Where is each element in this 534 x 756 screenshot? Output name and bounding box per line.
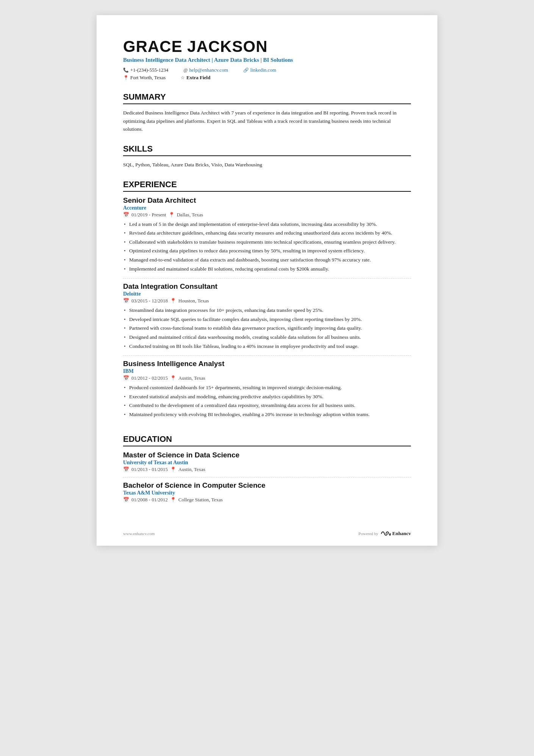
cal-icon-2: 📅 bbox=[123, 375, 129, 381]
summary-text: Dedicated Business Intelligence Data Arc… bbox=[123, 109, 411, 133]
education-section: EDUCATION Master of Science in Data Scie… bbox=[123, 434, 411, 507]
bullet-1-0: Streamlined data integration processes f… bbox=[123, 306, 411, 315]
enhancv-logo: Enhancv bbox=[381, 531, 411, 537]
page-footer: www.enhancv.com Powered by Enhancv bbox=[123, 531, 411, 537]
email-address[interactable]: help@enhancv.com bbox=[189, 67, 228, 73]
contact-row-1: 📞 +1-(234)-555-1234 @ help@enhancv.com 🔗… bbox=[123, 67, 411, 74]
edu-location-1: College Station, Texas bbox=[178, 497, 223, 503]
bullet-1-3: Designed and maintained critical data wa… bbox=[123, 333, 411, 341]
edu-dates-1: 01/2008 - 01/2012 bbox=[131, 497, 168, 503]
job-dates-1: 03/2015 - 12/2018 bbox=[131, 298, 168, 304]
company-2: IBM bbox=[123, 368, 411, 374]
bullet-0-4: Managed end-to-end validation of data ex… bbox=[123, 256, 411, 264]
cal-icon-1: 📅 bbox=[123, 298, 129, 304]
summary-section: SUMMARY Dedicated Business Intelligence … bbox=[123, 92, 411, 133]
job-dates-2: 01/2012 - 02/2015 bbox=[131, 375, 168, 381]
job-title-1: Data Integration Consultant bbox=[123, 282, 411, 291]
company-0: Accenture bbox=[123, 205, 411, 211]
bullet-2-3: Maintained proficiency with evolving BI … bbox=[123, 410, 411, 419]
edu-school-0: University of Texas at Austin bbox=[123, 460, 411, 466]
resume-page: GRACE JACKSON Business Intelligence Data… bbox=[97, 15, 437, 546]
email-item: @ help@enhancv.com bbox=[183, 67, 228, 73]
linkedin-url[interactable]: linkedin.com bbox=[250, 67, 276, 73]
bullet-2-2: Contributed to the development of a cent… bbox=[123, 401, 411, 410]
edu-dates-0: 01/2013 - 01/2015 bbox=[131, 466, 168, 473]
job-location-2: Austin, Texas bbox=[178, 375, 205, 381]
footer-brand: Powered by Enhancv bbox=[359, 531, 411, 537]
skills-title: SKILLS bbox=[123, 144, 411, 156]
job-block-2: Business Intelligence Analyst IBM 📅 01/2… bbox=[123, 360, 411, 424]
experience-title: EXPERIENCE bbox=[123, 180, 411, 192]
location-item: 📍 Fort Worth, Texas bbox=[123, 75, 166, 81]
linkedin-icon: 🔗 bbox=[243, 67, 249, 73]
bullet-1-1: Developed intricate SQL queries to facil… bbox=[123, 315, 411, 324]
cal-icon-edu-0: 📅 bbox=[123, 466, 129, 473]
bullet-0-2: Collaborated with stakeholders to transl… bbox=[123, 238, 411, 246]
job-bullets-0: Led a team of 5 in the design and implem… bbox=[123, 220, 411, 273]
linkedin-item: 🔗 linkedin.com bbox=[243, 67, 276, 73]
skills-section: SKILLS SQL, Python, Tableau, Azure Data … bbox=[123, 144, 411, 169]
candidate-title: Business Intelligence Data Architect | A… bbox=[123, 57, 411, 63]
phone-icon: 📞 bbox=[123, 67, 129, 73]
job-bullets-2: Produced customized dashboards for 15+ d… bbox=[123, 383, 411, 418]
location-text: Fort Worth, Texas bbox=[130, 75, 166, 81]
edu-meta-0: 📅 01/2013 - 01/2015 📍 Austin, Texas bbox=[123, 466, 411, 473]
job-meta-1: 📅 03/2015 - 12/2018 📍 Houston, Texas bbox=[123, 298, 411, 304]
bullet-0-3: Optimized existing data pipelines to red… bbox=[123, 247, 411, 255]
job-meta-0: 📅 01/2019 - Present 📍 Dallas, Texas bbox=[123, 212, 411, 218]
edu-block-1: Bachelor of Science in Computer Science … bbox=[123, 481, 411, 507]
email-icon: @ bbox=[183, 67, 187, 73]
job-dates-0: 01/2019 - Present bbox=[131, 212, 166, 218]
bullet-0-5: Implemented and maintained scalable BI s… bbox=[123, 265, 411, 273]
job-location-0: Dallas, Texas bbox=[177, 212, 203, 218]
job-bullets-1: Streamlined data integration processes f… bbox=[123, 306, 411, 350]
extra-item: ☆ Extra Field bbox=[181, 75, 210, 81]
extra-field: Extra Field bbox=[186, 75, 210, 81]
star-icon: ☆ bbox=[181, 75, 185, 81]
experience-section: EXPERIENCE Senior Data Architect Accentu… bbox=[123, 180, 411, 424]
edu-block-0: Master of Science in Data Science Univer… bbox=[123, 451, 411, 477]
job-block-0: Senior Data Architect Accenture 📅 01/201… bbox=[123, 196, 411, 279]
job-meta-2: 📅 01/2012 - 02/2015 📍 Austin, Texas bbox=[123, 375, 411, 381]
bullet-1-2: Partnered with cross-functional teams to… bbox=[123, 324, 411, 332]
candidate-name: GRACE JACKSON bbox=[123, 38, 411, 55]
bullet-2-1: Executed statistical analysis and modeli… bbox=[123, 393, 411, 401]
powered-by-text: Powered by bbox=[359, 531, 378, 536]
contact-row-2: 📍 Fort Worth, Texas ☆ Extra Field bbox=[123, 75, 411, 81]
bullet-0-0: Led a team of 5 in the design and implem… bbox=[123, 220, 411, 229]
phone-item: 📞 +1-(234)-555-1234 bbox=[123, 67, 168, 73]
skills-text: SQL, Python, Tableau, Azure Data Bricks,… bbox=[123, 161, 411, 169]
cal-icon-0: 📅 bbox=[123, 212, 129, 218]
bullet-0-1: Revised data architecture guidelines, en… bbox=[123, 229, 411, 237]
enhancv-logo-svg bbox=[381, 531, 391, 537]
bullet-2-0: Produced customized dashboards for 15+ d… bbox=[123, 383, 411, 392]
cal-icon-edu-1: 📅 bbox=[123, 497, 129, 503]
edu-location-0: Austin, Texas bbox=[178, 466, 205, 473]
education-title: EDUCATION bbox=[123, 434, 411, 446]
job-title-2: Business Intelligence Analyst bbox=[123, 360, 411, 368]
edu-school-1: Texas A&M University bbox=[123, 490, 411, 496]
edu-degree-0: Master of Science in Data Science bbox=[123, 451, 411, 459]
brand-name: Enhancv bbox=[392, 531, 411, 537]
header: GRACE JACKSON Business Intelligence Data… bbox=[123, 38, 411, 81]
company-1: Deloitte bbox=[123, 291, 411, 297]
edu-degree-1: Bachelor of Science in Computer Science bbox=[123, 481, 411, 490]
edu-meta-1: 📅 01/2008 - 01/2012 📍 College Station, T… bbox=[123, 497, 411, 503]
footer-website: www.enhancv.com bbox=[123, 531, 155, 536]
job-block-1: Data Integration Consultant Deloitte 📅 0… bbox=[123, 282, 411, 356]
phone-number: +1-(234)-555-1234 bbox=[130, 67, 168, 73]
summary-title: SUMMARY bbox=[123, 92, 411, 104]
job-title-0: Senior Data Architect bbox=[123, 196, 411, 205]
job-location-1: Houston, Texas bbox=[178, 298, 209, 304]
location-icon: 📍 bbox=[123, 75, 129, 81]
bullet-1-4: Conducted training on BI tools like Tabl… bbox=[123, 342, 411, 351]
